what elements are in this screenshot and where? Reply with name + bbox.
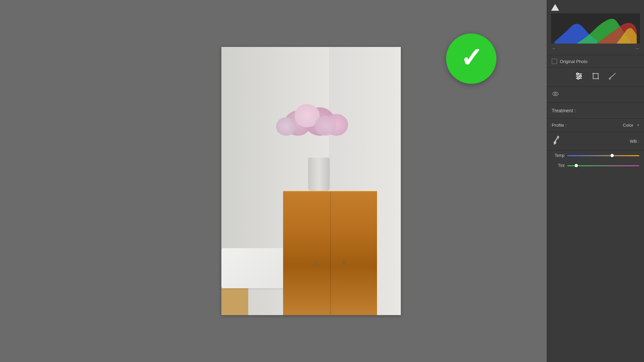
histogram-triangle-icon [551, 4, 559, 11]
svg-point-7 [609, 78, 610, 79]
photo-container [75, 0, 547, 362]
tint-label: Tint [552, 163, 565, 168]
temp-slider-row: Temp [547, 150, 644, 161]
vase [308, 158, 330, 191]
svg-point-4 [579, 75, 581, 77]
temp-label: Temp [552, 153, 565, 158]
profile-value: Color [623, 123, 633, 128]
flower-blob [276, 117, 296, 136]
svg-point-3 [576, 73, 578, 75]
original-photo-row[interactable]: Original Photo [547, 55, 644, 68]
profile-dropdown-arrow[interactable]: ▾ [637, 123, 639, 127]
cabinet-handle-right [343, 260, 345, 266]
sliders-icon[interactable] [575, 72, 583, 82]
svg-point-9 [554, 93, 556, 95]
eye-row[interactable] [547, 87, 644, 103]
left-gray-area [0, 0, 75, 362]
temp-slider-thumb[interactable] [610, 154, 614, 157]
tint-slider-track[interactable] [567, 165, 639, 166]
original-photo-label: Original Photo [560, 59, 587, 64]
bed-area [221, 248, 288, 315]
checkmark-overlay[interactable] [446, 34, 496, 84]
temp-slider-track[interactable] [567, 155, 639, 156]
profile-label: Profile : [552, 123, 620, 128]
tint-slider-row: Tint [547, 161, 644, 171]
right-panel: – – Original Photo [547, 0, 644, 362]
histogram-max: – [636, 46, 639, 51]
eye-icon[interactable] [552, 92, 559, 99]
histogram-min: – [552, 46, 555, 51]
histogram-area: – – [547, 0, 644, 55]
wb-row: WB : [547, 132, 644, 150]
cabinet-handle-left [315, 260, 317, 266]
cabinet-divider [330, 192, 331, 315]
histogram-canvas [551, 13, 640, 44]
profile-row: Profile : Color ▾ [547, 119, 644, 132]
toolbar-row [547, 68, 644, 87]
cabinet [283, 191, 377, 315]
svg-point-8 [553, 92, 558, 96]
original-photo-checkbox[interactable] [552, 59, 557, 64]
treatment-label: Treatment : [552, 108, 576, 113]
svg-rect-6 [593, 73, 598, 78]
crop-icon[interactable] [591, 72, 600, 82]
treatment-row: Treatment : [547, 103, 644, 119]
eyedropper-icon[interactable] [550, 134, 563, 148]
histogram-footer: – – [551, 46, 640, 51]
wb-label: WB : [630, 139, 639, 144]
pillow [221, 248, 285, 288]
flower-blob [315, 116, 336, 136]
tint-slider-thumb[interactable] [575, 164, 578, 167]
histogram-header [551, 4, 640, 11]
brush-icon[interactable] [608, 72, 617, 82]
photo-background [221, 47, 401, 315]
photo-frame [221, 47, 401, 315]
svg-point-5 [577, 77, 579, 79]
